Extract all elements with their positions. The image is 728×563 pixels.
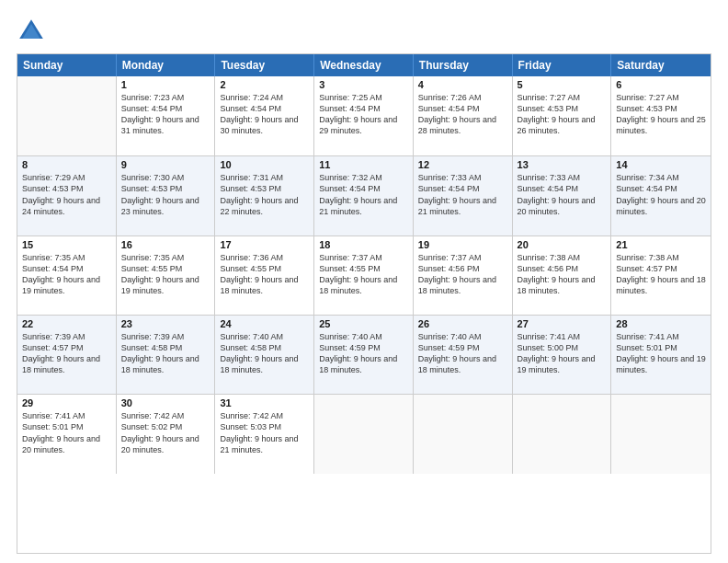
day-cell-22: 22Sunrise: 7:39 AMSunset: 4:57 PMDayligh… [17,316,117,394]
day-cell-3: 3Sunrise: 7:25 AMSunset: 4:54 PMDaylight… [314,76,414,155]
day-cell-10: 10Sunrise: 7:31 AMSunset: 4:53 PMDayligh… [215,156,314,235]
day-cell-8: 8Sunrise: 7:29 AMSunset: 4:53 PMDaylight… [17,156,117,235]
logo-icon [17,17,46,46]
day-info: Sunrise: 7:42 AMSunset: 5:03 PMDaylight:… [220,410,309,455]
day-info: Sunrise: 7:24 AMSunset: 4:54 PMDaylight:… [220,92,309,137]
day-info: Sunrise: 7:38 AMSunset: 4:57 PMDaylight:… [616,252,706,297]
day-cell-13: 13Sunrise: 7:33 AMSunset: 4:54 PMDayligh… [513,156,612,235]
day-number: 23 [121,318,210,329]
calendar-row-3: 22Sunrise: 7:39 AMSunset: 4:57 PMDayligh… [17,315,711,394]
day-cell-20: 20Sunrise: 7:38 AMSunset: 4:56 PMDayligh… [513,236,612,315]
header-cell-wednesday: Wednesday [314,54,414,76]
day-cell-16: 16Sunrise: 7:35 AMSunset: 4:55 PMDayligh… [117,236,216,315]
day-number: 17 [220,239,309,250]
day-info: Sunrise: 7:39 AMSunset: 4:57 PMDaylight:… [22,331,111,376]
day-number: 6 [616,79,706,90]
empty-cell [314,395,414,473]
day-number: 8 [22,159,111,170]
day-info: Sunrise: 7:38 AMSunset: 4:56 PMDaylight:… [518,252,607,297]
day-info: Sunrise: 7:40 AMSunset: 4:58 PMDaylight:… [220,331,309,376]
day-number: 26 [418,318,507,329]
day-info: Sunrise: 7:41 AMSunset: 5:01 PMDaylight:… [616,331,706,376]
day-cell-24: 24Sunrise: 7:40 AMSunset: 4:58 PMDayligh… [215,316,314,394]
day-cell-15: 15Sunrise: 7:35 AMSunset: 4:54 PMDayligh… [17,236,117,315]
day-number: 1 [121,79,210,90]
day-number: 3 [319,79,408,90]
day-number: 28 [616,318,706,329]
day-info: Sunrise: 7:33 AMSunset: 4:54 PMDaylight:… [518,172,607,217]
day-info: Sunrise: 7:40 AMSunset: 4:59 PMDaylight:… [319,331,408,376]
day-number: 25 [319,318,408,329]
logo [17,17,50,46]
day-info: Sunrise: 7:30 AMSunset: 4:53 PMDaylight:… [121,172,210,217]
day-number: 29 [22,397,111,408]
day-cell-2: 2Sunrise: 7:24 AMSunset: 4:54 PMDaylight… [215,76,314,155]
day-info: Sunrise: 7:27 AMSunset: 4:53 PMDaylight:… [518,92,607,137]
day-info: Sunrise: 7:37 AMSunset: 4:55 PMDaylight:… [319,252,408,297]
calendar-row-1: 8Sunrise: 7:29 AMSunset: 4:53 PMDaylight… [17,155,711,235]
day-info: Sunrise: 7:42 AMSunset: 5:02 PMDaylight:… [121,410,210,455]
header [17,17,711,46]
day-cell-4: 4Sunrise: 7:26 AMSunset: 4:54 PMDaylight… [414,76,513,155]
day-cell-6: 6Sunrise: 7:27 AMSunset: 4:53 PMDaylight… [611,76,711,155]
day-cell-12: 12Sunrise: 7:33 AMSunset: 4:54 PMDayligh… [414,156,513,235]
day-number: 18 [319,239,408,250]
day-cell-11: 11Sunrise: 7:32 AMSunset: 4:54 PMDayligh… [314,156,414,235]
day-cell-29: 29Sunrise: 7:41 AMSunset: 5:01 PMDayligh… [17,395,117,473]
calendar-header: SundayMondayTuesdayWednesdayThursdayFrid… [17,54,711,76]
day-info: Sunrise: 7:39 AMSunset: 4:58 PMDaylight:… [121,331,210,376]
day-info: Sunrise: 7:33 AMSunset: 4:54 PMDaylight:… [418,172,507,217]
day-info: Sunrise: 7:41 AMSunset: 5:01 PMDaylight:… [22,410,111,455]
day-cell-30: 30Sunrise: 7:42 AMSunset: 5:02 PMDayligh… [117,395,216,473]
day-number: 30 [121,397,210,408]
header-cell-sunday: Sunday [17,54,117,76]
day-cell-1: 1Sunrise: 7:23 AMSunset: 4:54 PMDaylight… [117,76,216,155]
day-number: 13 [518,159,607,170]
day-number: 5 [518,79,607,90]
empty-cell [611,395,711,473]
day-number: 24 [220,318,309,329]
day-number: 10 [220,159,309,170]
day-info: Sunrise: 7:31 AMSunset: 4:53 PMDaylight:… [220,172,309,217]
day-cell-19: 19Sunrise: 7:37 AMSunset: 4:56 PMDayligh… [414,236,513,315]
empty-cell [17,76,117,155]
calendar-row-4: 29Sunrise: 7:41 AMSunset: 5:01 PMDayligh… [17,394,711,473]
calendar-row-2: 15Sunrise: 7:35 AMSunset: 4:54 PMDayligh… [17,236,711,315]
empty-cell [513,395,612,473]
day-info: Sunrise: 7:41 AMSunset: 5:00 PMDaylight:… [518,331,607,376]
day-cell-31: 31Sunrise: 7:42 AMSunset: 5:03 PMDayligh… [215,395,314,473]
day-cell-23: 23Sunrise: 7:39 AMSunset: 4:58 PMDayligh… [117,316,216,394]
day-info: Sunrise: 7:34 AMSunset: 4:54 PMDaylight:… [616,172,706,217]
header-cell-monday: Monday [117,54,216,76]
day-info: Sunrise: 7:26 AMSunset: 4:54 PMDaylight:… [418,92,507,137]
header-cell-tuesday: Tuesday [215,54,314,76]
day-info: Sunrise: 7:35 AMSunset: 4:54 PMDaylight:… [22,252,111,297]
day-number: 15 [22,239,111,250]
day-number: 9 [121,159,210,170]
day-number: 27 [518,318,607,329]
day-cell-26: 26Sunrise: 7:40 AMSunset: 4:59 PMDayligh… [414,316,513,394]
day-info: Sunrise: 7:25 AMSunset: 4:54 PMDaylight:… [319,92,408,137]
day-number: 22 [22,318,111,329]
day-number: 4 [418,79,507,90]
day-number: 16 [121,239,210,250]
day-info: Sunrise: 7:32 AMSunset: 4:54 PMDaylight:… [319,172,408,217]
empty-cell [414,395,513,473]
day-number: 21 [616,239,706,250]
day-number: 31 [220,397,309,408]
day-info: Sunrise: 7:40 AMSunset: 4:59 PMDaylight:… [418,331,507,376]
day-cell-25: 25Sunrise: 7:40 AMSunset: 4:59 PMDayligh… [314,316,414,394]
day-number: 11 [319,159,408,170]
header-cell-thursday: Thursday [414,54,513,76]
page: SundayMondayTuesdayWednesdayThursdayFrid… [0,0,728,563]
day-info: Sunrise: 7:27 AMSunset: 4:53 PMDaylight:… [616,92,706,137]
header-cell-saturday: Saturday [611,54,711,76]
day-cell-14: 14Sunrise: 7:34 AMSunset: 4:54 PMDayligh… [611,156,711,235]
day-cell-28: 28Sunrise: 7:41 AMSunset: 5:01 PMDayligh… [611,316,711,394]
day-info: Sunrise: 7:36 AMSunset: 4:55 PMDaylight:… [220,252,309,297]
day-info: Sunrise: 7:35 AMSunset: 4:55 PMDaylight:… [121,252,210,297]
day-cell-17: 17Sunrise: 7:36 AMSunset: 4:55 PMDayligh… [215,236,314,315]
day-number: 2 [220,79,309,90]
calendar-row-0: 1Sunrise: 7:23 AMSunset: 4:54 PMDaylight… [17,76,711,155]
calendar: SundayMondayTuesdayWednesdayThursdayFrid… [17,53,711,554]
